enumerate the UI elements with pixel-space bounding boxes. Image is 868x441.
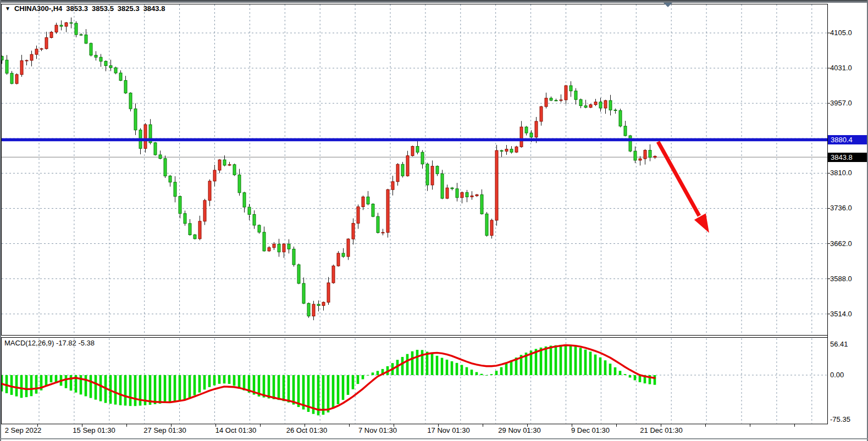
axis-ticks (38, 33, 831, 427)
panel-borders (2, 4, 828, 425)
price-axis-label: 3736.0 (830, 204, 852, 212)
price-axis-label: 4105.0 (830, 29, 852, 37)
chart-title-bar: ▼ CHINA300-,H4 3853.33853.53825.33843.8 (5, 4, 165, 13)
price-axis-label: 4031.0 (830, 64, 852, 72)
ohlc-high: 3853.5 (92, 4, 114, 13)
time-axis-label: 2 Sep 2022 (5, 426, 42, 434)
price-axis-label: 3662.0 (830, 239, 852, 248)
price-axis-label: 3810.0 (830, 169, 852, 177)
ohlc-values: 3853.33853.53825.33843.8 (66, 4, 165, 13)
horizontal-line-object[interactable] (2, 138, 827, 141)
price-axis-label: 3957.0 (830, 99, 852, 107)
macd-scale-max: 56.41 (830, 340, 848, 348)
candlesticks (1, 18, 656, 320)
grid-lines (2, 4, 827, 423)
price-axis-label: 3514.0 (830, 310, 852, 318)
chart-shift-marker[interactable] (664, 3, 672, 7)
chart-window: ▼ CHINA300-,H4 3853.33853.53825.33843.8 … (0, 0, 868, 441)
time-axis-label: 29 Nov 01:30 (498, 426, 540, 434)
time-axis-label: 15 Sep 01:30 (73, 426, 115, 434)
macd-scale-zero: 0.00 (830, 371, 844, 379)
price-axis-label: 3588.0 (830, 275, 852, 283)
ohlc-low: 3825.3 (118, 4, 140, 13)
time-axis-label: 21 Dec 01:30 (640, 426, 682, 434)
time-axis-label: 7 Nov 01:30 (358, 426, 397, 434)
time-axis-label: 26 Oct 01:30 (286, 426, 327, 434)
macd-scale-min: -75.35 (830, 415, 850, 423)
time-axis-label: 14 Oct 01:30 (215, 426, 256, 434)
macd-indicator-label: MACD(12,26,9) -17.82 -5.38 (4, 339, 95, 347)
time-axis-label: 17 Nov 01:30 (427, 426, 469, 434)
ohlc-open: 3853.3 (66, 4, 88, 13)
time-axis-label: 27 Sep 01:30 (143, 426, 186, 434)
current-price-tag: 3843.8 (828, 153, 867, 162)
trend-arrow-object[interactable] (658, 142, 709, 233)
ohlc-close: 3843.8 (143, 4, 165, 13)
macd-histogram (1, 345, 656, 416)
symbol-menu-icon[interactable]: ▼ (5, 6, 10, 12)
hline-price-tag: 3880.4 (828, 135, 867, 144)
chart-canvas[interactable] (0, 0, 868, 441)
time-axis-label: 9 Dec 01:30 (571, 426, 610, 434)
chart-symbol-period: CHINA300-,H4 (14, 4, 62, 13)
